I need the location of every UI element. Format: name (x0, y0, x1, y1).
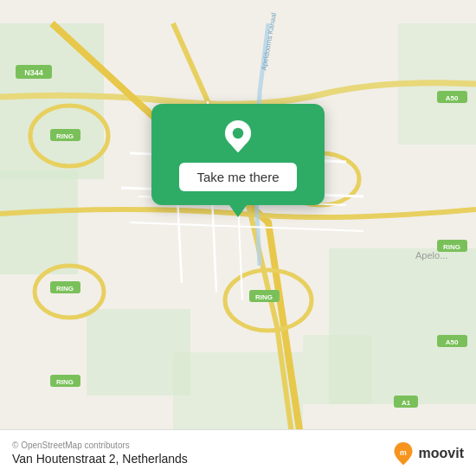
moovit-label: moovit (419, 446, 464, 461)
bottom-info-bar: © OpenStreetMap contributors Van Houtens… (0, 429, 476, 476)
svg-rect-2 (0, 170, 78, 274)
svg-point-36 (233, 128, 243, 138)
svg-text:Apelo...: Apelo... (415, 250, 447, 261)
svg-rect-7 (303, 335, 372, 404)
location-popup: Take me there (151, 104, 325, 205)
svg-text:N344: N344 (24, 68, 43, 77)
svg-text:RING: RING (56, 132, 74, 140)
address-text: Van Houtenstraat 2, Netherlands (12, 452, 188, 466)
svg-text:A50: A50 (446, 94, 459, 102)
svg-text:m: m (400, 447, 407, 456)
bottom-left-info: © OpenStreetMap contributors Van Houtens… (12, 441, 188, 466)
svg-text:A50: A50 (446, 338, 459, 346)
svg-rect-1 (0, 23, 104, 179)
svg-text:RING: RING (56, 285, 74, 293)
copyright-text: © OpenStreetMap contributors (12, 441, 188, 450)
moovit-icon: m (391, 441, 415, 466)
take-me-there-button[interactable]: Take me there (179, 163, 296, 191)
map-background: N344 RING RING RING RING RING A50 RING A… (0, 0, 476, 476)
moovit-logo: m moovit (391, 441, 464, 466)
map-container: N344 RING RING RING RING RING A50 RING A… (0, 0, 476, 476)
location-pin-icon (221, 119, 255, 154)
svg-text:RING: RING (255, 293, 273, 301)
svg-text:RING: RING (56, 378, 74, 386)
svg-text:A1: A1 (402, 399, 411, 407)
